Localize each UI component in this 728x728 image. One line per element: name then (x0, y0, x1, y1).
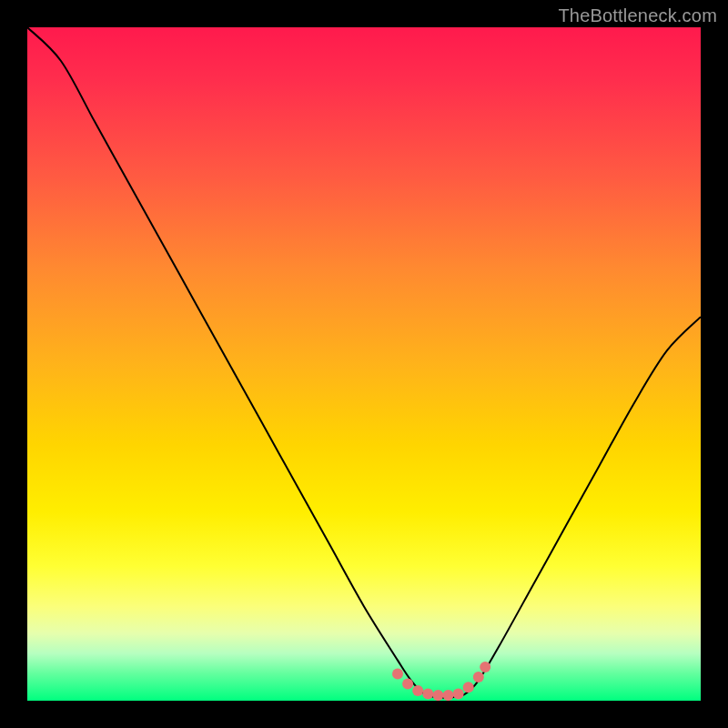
highlight-dot (432, 690, 443, 701)
plot-area (27, 27, 701, 701)
highlight-dot (453, 689, 464, 700)
highlight-dot (392, 668, 403, 679)
marker-group (392, 662, 490, 701)
highlight-dot (412, 685, 423, 696)
highlight-dot (402, 679, 413, 690)
highlight-dot (473, 672, 484, 682)
curve-svg (27, 27, 701, 701)
watermark-text: TheBottleneck.com (558, 5, 717, 26)
highlight-dot (463, 682, 474, 693)
highlight-dot (480, 662, 490, 672)
highlight-dot (443, 690, 454, 701)
bottleneck-curve-path (27, 27, 701, 698)
chart-frame: TheBottleneck.com (0, 0, 728, 728)
highlight-dot (422, 689, 433, 700)
